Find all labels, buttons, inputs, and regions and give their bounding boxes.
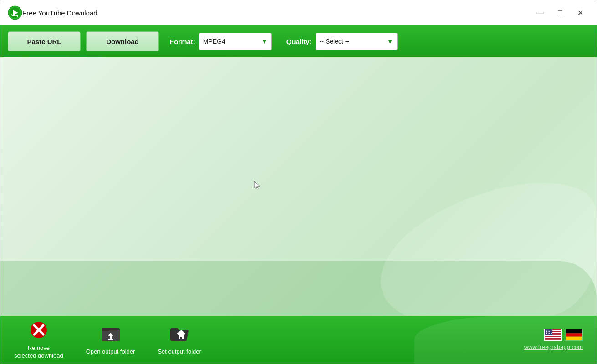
english-flag[interactable]: ★★★ ★★ <box>544 329 562 341</box>
paste-url-button[interactable]: Paste URL <box>8 31 81 51</box>
svg-rect-19 <box>545 339 562 339</box>
svg-rect-25 <box>566 337 583 340</box>
remove-download-label: Removeselected download <box>14 344 63 360</box>
app-logo <box>8 5 22 20</box>
quality-select[interactable]: -- Select -- High Medium Low <box>320 38 393 45</box>
quality-group: Quality: -- Select -- High Medium Low ▼ <box>281 33 398 50</box>
svg-rect-23 <box>566 329 583 333</box>
german-flag[interactable] <box>565 329 583 341</box>
language-flags: ★★★ ★★ <box>544 329 583 341</box>
window-controls: — □ ✕ <box>531 5 589 20</box>
main-window: Free YouTube Download — □ ✕ Paste URL Do… <box>0 0 597 364</box>
format-label: Format: <box>170 38 195 46</box>
format-select[interactable]: MPEG4 MP3 AVI MOV FLV <box>203 38 268 45</box>
minimize-button[interactable]: — <box>531 5 549 20</box>
svg-rect-18 <box>545 337 562 338</box>
svg-text:★★: ★★ <box>546 329 550 333</box>
svg-rect-10 <box>108 339 113 340</box>
set-output-folder-action[interactable]: Set output folder <box>158 324 201 356</box>
svg-rect-8 <box>102 328 110 331</box>
set-folder-icon <box>169 324 189 346</box>
footer-right-section: ★★★ ★★ www.freegrabapp.com <box>524 329 583 350</box>
footer-toolbar: Removeselected download Open output fold… <box>0 316 597 364</box>
download-button[interactable]: Download <box>86 31 159 51</box>
open-output-folder-label: Open output folder <box>86 348 135 356</box>
remove-download-action[interactable]: Removeselected download <box>14 320 63 360</box>
set-output-folder-label: Set output folder <box>158 348 201 356</box>
title-bar: Free YouTube Download — □ ✕ <box>0 0 597 25</box>
mouse-cursor <box>253 180 262 191</box>
maximize-button[interactable]: □ <box>551 5 569 20</box>
download-list-area <box>0 57 597 316</box>
toolbar: Paste URL Download Format: MPEG4 MP3 AVI… <box>0 25 597 57</box>
svg-rect-17 <box>545 335 562 336</box>
website-link[interactable]: www.freegrabapp.com <box>524 344 583 350</box>
format-select-wrapper: MPEG4 MP3 AVI MOV FLV ▼ <box>199 33 272 50</box>
svg-rect-24 <box>566 333 583 336</box>
app-title: Free YouTube Download <box>22 9 531 17</box>
quality-label: Quality: <box>286 38 312 46</box>
close-button[interactable]: ✕ <box>571 5 589 20</box>
format-group: Format: MPEG4 MP3 AVI MOV FLV ▼ <box>164 33 272 50</box>
remove-download-icon <box>29 320 49 343</box>
open-output-folder-action[interactable]: Open output folder <box>86 324 135 356</box>
open-folder-icon <box>101 324 121 346</box>
quality-select-wrapper: -- Select -- High Medium Low ▼ <box>316 33 398 50</box>
